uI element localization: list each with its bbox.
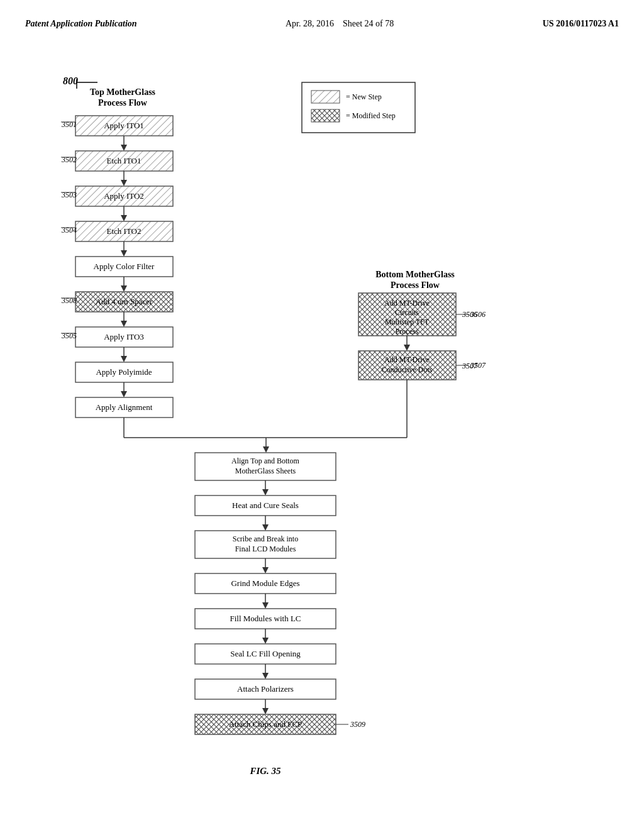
apply-polyimide-text: Apply Polyimide xyxy=(96,367,152,377)
svg-text:3506: 3506 xyxy=(470,310,486,319)
svg-marker-30 xyxy=(121,321,127,327)
step-3506-line4: Process xyxy=(396,327,419,336)
svg-marker-34 xyxy=(121,356,127,362)
legend-modified-step: = Modified Step xyxy=(346,111,396,120)
svg-rect-7 xyxy=(311,109,340,122)
top-flow-title-2: Process Flow xyxy=(98,98,148,108)
header-date: Apr. 28, 2016 xyxy=(286,19,334,28)
svg-marker-26 xyxy=(121,285,127,292)
step-3506-line1: Add MT-Drive xyxy=(384,299,430,307)
page: Patent Application Publication Apr. 28, … xyxy=(0,0,644,830)
step-3505-text: Apply ITO3 xyxy=(104,332,144,341)
step-3506-line2: Circuits xyxy=(395,308,419,317)
apply-color-filter-text: Apply Color Filter xyxy=(94,262,155,271)
step-3506-line3: Multistep TFT xyxy=(385,318,430,326)
step-3509-label: 3509 xyxy=(350,720,365,729)
svg-rect-6 xyxy=(311,91,340,103)
svg-rect-5 xyxy=(302,82,415,133)
svg-marker-23 xyxy=(121,250,127,257)
svg-marker-58 xyxy=(262,524,269,531)
step-3504-label: 3504 xyxy=(61,226,77,235)
header-right: US 2016/0117023 A1 xyxy=(543,19,619,29)
step-3501-text: Apply ITO1 xyxy=(104,121,144,130)
align-sheets-line1: Align Top and Bottom xyxy=(231,456,300,465)
svg-marker-37 xyxy=(121,391,127,397)
bottom-flow-title-2: Process Flow xyxy=(391,280,440,290)
seal-lc-text: Seal LC Fill Opening xyxy=(230,649,301,658)
diagram-area: 800 Top MotherGlass Process Flow = New S… xyxy=(25,48,619,771)
step-3504-text: Etch ITO2 xyxy=(107,226,142,236)
svg-marker-19 xyxy=(121,215,127,221)
svg-marker-55 xyxy=(262,489,269,495)
header-center: Apr. 28, 2016 Sheet 24 of 78 xyxy=(286,19,394,29)
svg-text:3507: 3507 xyxy=(470,361,486,370)
step-3502-label: 3502 xyxy=(61,155,77,164)
svg-marker-42 xyxy=(404,345,410,351)
step-3508-text: Add 4 um Spacer xyxy=(96,297,153,306)
bottom-flow-title: Bottom MotherGlass xyxy=(375,270,455,279)
legend-new-step: = New Step xyxy=(346,92,382,101)
step-3507-line2: Conductive Dots xyxy=(382,365,433,374)
top-flow-title: Top MotherGlass xyxy=(90,87,156,97)
scribe-break-line2: Final LCD Modules xyxy=(235,545,296,553)
diagram-800-label: 800 xyxy=(63,75,78,86)
svg-marker-73 xyxy=(262,708,269,714)
svg-marker-67 xyxy=(262,638,269,644)
apply-alignment-text: Apply Alignment xyxy=(96,402,153,412)
step-3501-label: 3501 xyxy=(61,120,77,129)
heat-cure-text: Heat and Cure Seals xyxy=(232,501,299,510)
step-3505-label: 3505 xyxy=(61,331,77,340)
grind-edges-text: Grind Module Edges xyxy=(231,578,299,588)
step-3503-label: 3503 xyxy=(61,191,77,199)
align-sheets-line2: MotherGlass Sheets xyxy=(235,467,296,475)
step-3502-text: Etch ITO1 xyxy=(107,156,142,165)
fill-modules-text: Fill Modules with LC xyxy=(230,614,301,623)
step-3507-line1: Add MT-Drive xyxy=(384,355,430,364)
step-3503-text: Apply ITO2 xyxy=(104,191,144,201)
fig-caption: FIG. 35 xyxy=(249,766,281,776)
page-header: Patent Application Publication Apr. 28, … xyxy=(25,19,619,29)
scribe-break-line1: Scribe and Break into xyxy=(233,534,298,543)
step-3508-label: 3508 xyxy=(61,296,77,305)
svg-marker-64 xyxy=(262,602,269,609)
svg-marker-15 xyxy=(121,180,127,186)
svg-marker-11 xyxy=(121,145,127,151)
svg-marker-61 xyxy=(262,567,269,573)
attach-polarizers-text: Attach Polarizers xyxy=(237,684,294,694)
header-sheet: Sheet 24 of 78 xyxy=(343,19,394,28)
svg-marker-70 xyxy=(262,673,269,679)
step-3509-text: Attach Chips and FCP xyxy=(229,719,303,729)
header-left: Patent Application Publication xyxy=(25,19,137,29)
diagram-svg: 800 Top MotherGlass Process Flow = New S… xyxy=(25,48,629,802)
svg-marker-52 xyxy=(263,446,269,453)
